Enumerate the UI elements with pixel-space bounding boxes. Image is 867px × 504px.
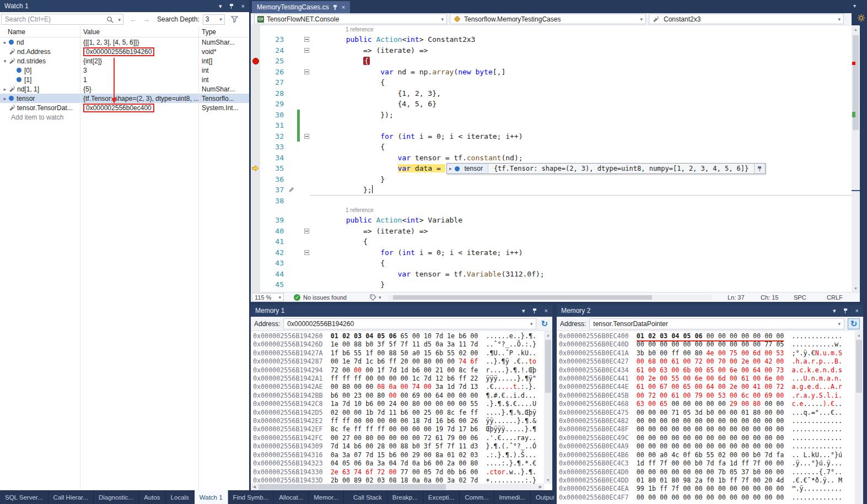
bottom-tab-call-hierar[interactable]: Call Hierar... xyxy=(49,490,94,504)
memory2-address-input[interactable]: tensor.TensorDataPointer▾ xyxy=(589,318,844,329)
bottom-tab-autos[interactable]: Autos xyxy=(139,490,165,504)
bottom-tab-excepti[interactable]: Excepti... xyxy=(423,490,460,504)
filter-icon[interactable] xyxy=(231,16,238,23)
datatip[interactable]: ▸ tensor {tf.Tensor: shape=(2, 3), dtype… xyxy=(446,163,766,174)
memory-row[interactable]: 0x000002556B0EC427 00 68 00 61 00 72 00 … xyxy=(559,357,855,366)
memory-row[interactable]: 0x000002556B0EC48F 00 00 00 00 00 00 00 … xyxy=(559,425,855,433)
code-line[interactable]: 26 var nd = np.array(new byte[,] xyxy=(251,67,852,78)
bottom-tab-memor[interactable]: Memor... xyxy=(309,490,344,504)
code-line[interactable]: 27 { xyxy=(251,77,852,88)
datatip-value[interactable]: {tf.Tensor: shape=(2, 3), dtype=uint8, n… xyxy=(488,165,754,172)
code-line[interactable]: 25 { xyxy=(251,56,852,67)
memory-row[interactable]: 0x000002556B194316 0a 3a 07 7d 15 b6 00 … xyxy=(253,451,544,459)
expander-icon[interactable]: ▾ xyxy=(2,58,8,64)
column-header-value[interactable]: Value xyxy=(80,28,198,36)
memory-row[interactable]: 0x000002556B0EC40D 00 00 00 00 00 00 00 … xyxy=(559,340,855,349)
zoom-select[interactable]: 115 %▾ xyxy=(252,293,284,301)
window-position-icon[interactable]: ▾ xyxy=(833,308,836,314)
code-line[interactable]: 30 }); xyxy=(251,110,852,121)
memory-row[interactable]: 0x000002556B0EC4EA 99 1b ff 7f 00 00 00 … xyxy=(559,485,855,493)
issues-status[interactable]: No issues found xyxy=(303,294,347,301)
close-icon[interactable]: × xyxy=(545,308,548,314)
bottom-tab-watch-1[interactable]: Watch 1 xyxy=(195,490,228,504)
collapse-icon[interactable] xyxy=(304,250,309,255)
code-line[interactable]: 29 {4, 5, 6} xyxy=(251,99,852,110)
memory-row[interactable]: 0x000002556B0EC41A 3b b0 00 ff 00 80 4e … xyxy=(559,349,855,357)
code-line[interactable]: 23 public Action<int> Constant2x3 xyxy=(251,34,852,45)
memory1-address-input[interactable]: 0x000002556B194260▾ xyxy=(283,318,536,329)
memory-row[interactable]: 0x000002556B0EC482 00 00 00 00 00 00 00 … xyxy=(559,417,855,425)
watch-row[interactable]: ▸tensor{tf.Tensor: shape=(2, 3), dtype=u… xyxy=(0,94,249,103)
code-line[interactable]: 44 var tensor = tf.Variable(3112.0f); xyxy=(251,269,852,280)
memory-row[interactable]: 0x000002556B1942C8 1a 7d 10 b6 00 24 00 … xyxy=(253,400,544,408)
memory-row[interactable]: 0x000002556B0EC475 00 00 00 71 05 3d b0 … xyxy=(559,409,855,417)
memory-row[interactable]: 0x000002556B1942A1 ff ff ff 00 00 00 00 … xyxy=(253,375,544,383)
project-dropdown[interactable]: C# TensorFlowNET.Console ▾ xyxy=(254,14,447,24)
health-check-icon[interactable]: ✓ xyxy=(294,294,300,301)
datatip-pin-button[interactable] xyxy=(754,164,765,174)
bottom-tab-comm[interactable]: Comm... xyxy=(460,490,494,504)
pin-icon[interactable] xyxy=(229,3,234,9)
memory-row[interactable]: 0x000002556B0EC4F7 00 00 00 00 00 00 00 … xyxy=(559,494,855,502)
line-ending-indicator[interactable]: CRLF xyxy=(827,294,846,301)
code-line[interactable]: 34 ▶var tensor = tf.constant(nd); xyxy=(251,153,852,164)
vertical-scrollbar[interactable]: ▲ ▼ xyxy=(852,25,860,292)
bottom-tab-immedi[interactable]: Immedi... xyxy=(494,490,531,504)
memory1-title-bar[interactable]: Memory 1 ▾ × xyxy=(251,305,552,317)
tab-pin-icon[interactable] xyxy=(333,4,338,10)
collapse-icon[interactable] xyxy=(304,37,309,42)
memory-row[interactable]: 0x000002556B0EC4B6 00 00 a0 4c 0f 6b 55 … xyxy=(559,451,855,459)
memory-row[interactable]: 0x000002556B0EC4D0 00 00 00 00 00 00 00 … xyxy=(559,468,855,476)
codelens-row[interactable]: 1 reference xyxy=(251,25,852,34)
memory2-title-bar[interactable]: Memory 2 ▾ × xyxy=(557,305,863,317)
close-icon[interactable]: × xyxy=(241,3,245,9)
column-header-type[interactable]: Type xyxy=(198,28,249,36)
code-line[interactable]: 37 }; xyxy=(251,185,852,196)
memory-row[interactable]: 0x000002556B0EC44E 61 00 67 00 65 00 64 … xyxy=(559,383,855,391)
gear-icon[interactable] xyxy=(858,14,865,21)
scroll-left-icon[interactable]: ◀ xyxy=(251,484,258,490)
watch-row[interactable]: [0]3int xyxy=(0,66,249,75)
memory-row[interactable]: 0x000002556B194287 00 1e 7d 1c b6 ff 20 … xyxy=(253,357,544,366)
close-icon[interactable]: × xyxy=(855,308,859,314)
memory-row[interactable]: 0x000002556B1942FC 00 27 00 80 00 00 00 … xyxy=(253,434,544,442)
code-line[interactable]: 38 xyxy=(251,196,852,207)
member-dropdown[interactable]: Constant2x3 ▾ xyxy=(649,14,844,24)
memory1-rows[interactable]: 0x000002556B194260 01 02 03 04 05 06 65 … xyxy=(251,331,544,484)
code-line[interactable]: 40 => (iterate) => xyxy=(251,226,852,237)
spaces-indicator[interactable]: SPC xyxy=(794,294,812,301)
memory-row[interactable]: 0x000002556B1942AE 00 80 00 00 08 0a 00 … xyxy=(253,383,544,391)
code-line[interactable]: 39 public Action<int> Variable xyxy=(251,215,852,226)
code-line[interactable]: 45 } xyxy=(251,279,852,290)
pin-icon[interactable] xyxy=(843,308,848,314)
memory-row[interactable]: 0x000002556B0EC4C3 1d ff 7f 00 00 b0 7d … xyxy=(559,459,855,468)
tab-list-chevron-icon[interactable]: ▾ xyxy=(853,3,856,9)
memory-row[interactable]: 0x000002556B0EC434 61 00 63 00 6b 00 65 … xyxy=(559,366,855,375)
collapse-icon[interactable] xyxy=(304,69,309,74)
horizontal-scrollbar[interactable]: ◀ ▶ xyxy=(251,484,544,490)
scrollbar-thumb[interactable] xyxy=(856,340,862,393)
scroll-right-icon[interactable]: ▶ xyxy=(537,484,544,490)
watch-row[interactable]: ▸nd[1, 1]{5}NumShar... xyxy=(0,84,249,94)
datatip-header[interactable]: ▸ tensor xyxy=(447,164,488,174)
memory-row[interactable]: 0x000002556B0EC45B 00 72 00 61 00 79 00 … xyxy=(559,392,855,400)
code-line[interactable]: 33 { xyxy=(251,142,852,153)
memory-row[interactable]: 0x000002556B194309 7d 14 b6 00 28 00 88 … xyxy=(253,442,544,451)
code-line[interactable]: 41 { xyxy=(251,236,852,247)
search-prev-icon[interactable]: ← xyxy=(130,15,137,24)
column-indicator[interactable]: Ch: 15 xyxy=(761,294,779,301)
scrollbar-thumb[interactable] xyxy=(393,295,651,300)
memory-row[interactable]: 0x000002556B19426D 1e 00 88 b0 3f 5f 7f … xyxy=(253,340,544,349)
code-line[interactable]: 42 for (int i = 0; i < iterate; i++) xyxy=(251,247,852,258)
code-line[interactable]: 43 { xyxy=(251,258,852,269)
code-line[interactable]: 28 {1, 2, 3}, xyxy=(251,88,852,99)
window-position-icon[interactable]: ▾ xyxy=(522,308,525,314)
tab-close-icon[interactable]: × xyxy=(342,4,345,10)
memory-row[interactable]: 0x000002556B19427A 1f b6 55 1f 00 88 50 … xyxy=(253,349,544,357)
type-dropdown[interactable]: Tensorflow.MemoryTestingCases ▾ xyxy=(450,14,646,24)
scroll-up-icon[interactable]: ▲ xyxy=(855,331,863,339)
search-depth-select[interactable]: 3▾ xyxy=(203,14,225,25)
memory-row[interactable]: 0x000002556B1942E2 ff ff 00 00 00 00 00 … xyxy=(253,417,544,425)
watch-row[interactable]: ▾nd.strides{int[2]}int[] xyxy=(0,56,249,66)
watch-row[interactable]: [1]1int xyxy=(0,75,249,84)
